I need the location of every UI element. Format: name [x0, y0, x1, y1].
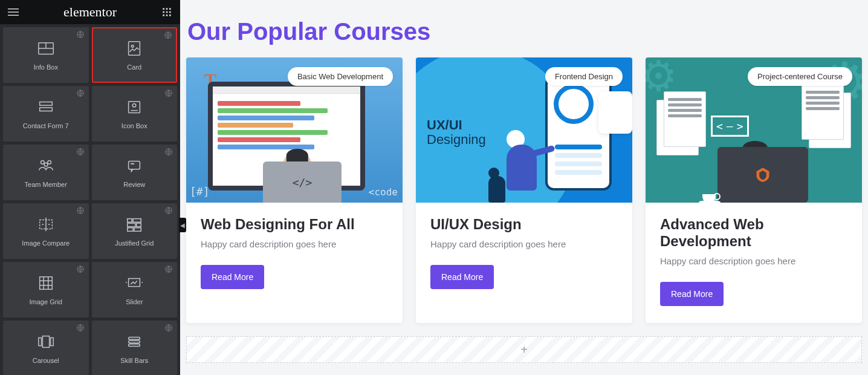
card-badge: Frontend Design — [545, 67, 623, 86]
widget-label: Card — [127, 64, 141, 71]
course-card[interactable]: T </> <code [#] Basic Web Development — [186, 57, 403, 323]
card-image: UX/UIDesigning Frontend Design — [416, 57, 632, 203]
globe-icon — [164, 265, 173, 273]
svg-rect-51 — [42, 336, 49, 348]
card-icon — [125, 39, 143, 57]
svg-rect-43 — [39, 277, 52, 290]
svg-rect-9 — [163, 15, 164, 16]
svg-point-27 — [40, 161, 44, 165]
person-icon — [488, 168, 505, 203]
code-text: <code — [369, 186, 398, 198]
read-more-button[interactable]: Read More — [660, 282, 724, 306]
team-icon — [37, 157, 55, 175]
svg-rect-10 — [166, 15, 168, 16]
hash-text: [#] — [190, 185, 210, 198]
widget-team-member[interactable]: Team Member — [3, 145, 89, 200]
course-card[interactable]: UX/UIDesigning Frontend Design UI/UX Des… — [416, 57, 632, 323]
globe-icon — [76, 324, 85, 332]
slider-icon — [125, 274, 143, 292]
document-icon — [802, 84, 844, 140]
widget-info-box[interactable]: Info Box — [3, 27, 89, 83]
widget-justified-grid[interactable]: Justified Grid — [92, 203, 178, 259]
page-title: Our Popular Courses — [187, 18, 862, 45]
card-description: Happy card description goes here — [430, 239, 618, 249]
widget-card[interactable]: Card — [92, 27, 178, 83]
globe-icon — [164, 324, 173, 332]
svg-rect-1 — [8, 11, 19, 13]
read-more-button[interactable]: Read More — [201, 265, 264, 289]
widget-list: Info Box Card Contact Form 7 Icon Box Te… — [0, 24, 180, 375]
globe-icon — [76, 89, 85, 97]
widget-label: Image Compare — [22, 240, 70, 247]
justified-grid-icon — [125, 215, 143, 233]
card-badge: Project-centered Course — [748, 67, 852, 86]
widget-label: Team Member — [25, 181, 67, 188]
menu-icon[interactable] — [6, 5, 21, 19]
widget-label: Info Box — [34, 64, 58, 71]
widget-label: Skill Bars — [120, 357, 148, 364]
svg-point-24 — [132, 103, 136, 107]
widget-icon-box[interactable]: Icon Box — [92, 86, 178, 142]
card-title: UI/UX Design — [430, 216, 618, 233]
card-title: Web Designing For All — [201, 216, 388, 233]
svg-rect-21 — [39, 108, 52, 111]
svg-rect-2 — [8, 15, 19, 16]
widget-label: Contact Form 7 — [23, 122, 69, 129]
svg-rect-5 — [169, 8, 171, 10]
svg-rect-11 — [169, 15, 171, 16]
widget-carousel[interactable]: Carousel — [3, 321, 89, 375]
card-description: Happy card description goes here — [660, 256, 847, 266]
svg-rect-39 — [137, 223, 141, 227]
canvas: Our Popular Courses T </> <code — [180, 0, 868, 375]
svg-point-18 — [132, 45, 134, 47]
widget-label: Justified Grid — [115, 240, 154, 247]
review-icon — [125, 157, 143, 175]
svg-rect-56 — [129, 341, 140, 343]
svg-point-29 — [44, 163, 48, 166]
globe-icon — [76, 265, 85, 273]
widget-label: Slider — [126, 298, 143, 305]
svg-rect-37 — [133, 219, 141, 223]
plus-icon: + — [520, 343, 528, 357]
collapse-panel-icon[interactable]: ◀ — [179, 218, 186, 232]
globe-icon — [76, 206, 85, 215]
svg-rect-36 — [128, 219, 132, 223]
svg-rect-38 — [128, 223, 135, 227]
laptop-icon: </> — [263, 161, 342, 203]
panel-header: elementor — [0, 0, 180, 24]
widget-image-compare[interactable]: Image Compare — [3, 203, 89, 259]
document-icon — [664, 91, 706, 147]
widget-label: Image Grid — [30, 298, 62, 305]
read-more-button[interactable]: Read More — [430, 265, 494, 289]
globe-icon — [164, 89, 173, 97]
svg-rect-3 — [163, 8, 164, 10]
monitor-icon — [717, 147, 808, 203]
info-box-icon — [37, 39, 55, 57]
globe-icon — [164, 148, 173, 156]
globe-icon — [164, 206, 173, 215]
svg-rect-31 — [129, 161, 140, 169]
widget-image-grid[interactable]: Image Grid — [3, 262, 89, 318]
form-icon — [37, 98, 55, 116]
widget-contact-form-7[interactable]: Contact Form 7 — [3, 86, 89, 142]
svg-rect-7 — [166, 11, 168, 13]
svg-rect-55 — [129, 338, 140, 340]
person-icon — [507, 130, 537, 191]
svg-rect-40 — [128, 228, 133, 232]
card-image: T </> <code [#] Basic Web Development — [186, 57, 403, 203]
widget-skill-bars[interactable]: Skill Bars — [92, 321, 178, 375]
cards-row: T </> <code [#] Basic Web Development — [186, 57, 862, 323]
widget-label: Review — [123, 181, 145, 188]
add-section-button[interactable]: + — [186, 336, 862, 363]
card-description: Happy card description goes here — [201, 239, 388, 249]
svg-rect-6 — [163, 11, 164, 13]
course-card[interactable]: ⚙ ⚙ <—> Project-centered Course Advanced… — [646, 57, 862, 323]
compare-icon — [37, 215, 55, 233]
card-badge: Basic Web Development — [288, 67, 393, 86]
globe-icon — [164, 31, 172, 39]
widget-slider[interactable]: Slider — [92, 262, 178, 318]
widget-review[interactable]: Review — [92, 145, 178, 200]
carousel-icon — [37, 333, 55, 351]
card-image: ⚙ ⚙ <—> Project-centered Course — [646, 57, 862, 203]
widgets-grid-icon[interactable] — [160, 5, 174, 19]
